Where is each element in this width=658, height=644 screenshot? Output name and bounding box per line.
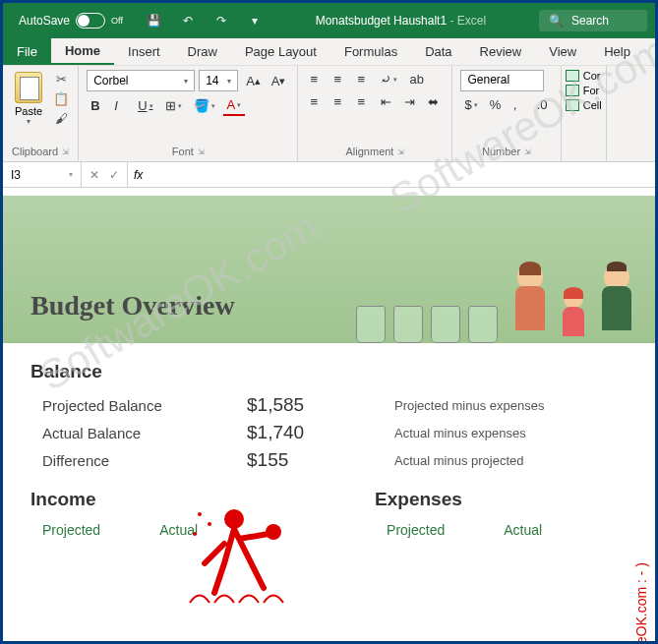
- font-color-icon[interactable]: A▾: [223, 95, 246, 116]
- ribbon: Paste ▾ ✂ 📋 🖌 Clipboard⇲ Corbel▾ 14▾ A▴ …: [3, 66, 655, 162]
- row-desc: Projected minus expenses: [394, 398, 544, 413]
- jars-illustration: [356, 306, 498, 343]
- copy-icon[interactable]: 📋: [52, 91, 70, 105]
- tab-help[interactable]: Help: [590, 38, 644, 65]
- expand-icon[interactable]: ⇲: [198, 147, 205, 156]
- decrease-font-icon[interactable]: A▾: [268, 72, 290, 90]
- accept-formula-icon[interactable]: ✓: [109, 168, 119, 182]
- expand-icon[interactable]: ⇲: [62, 147, 69, 156]
- search-icon: 🔍: [549, 14, 564, 28]
- sub-actual: Actual: [504, 522, 542, 538]
- family-illustration: [511, 264, 635, 343]
- header-banner: Budget Overview: [3, 196, 655, 343]
- align-middle-icon[interactable]: ≡: [329, 70, 349, 88]
- worksheet[interactable]: Budget Overview Balance Projected Balanc…: [3, 188, 655, 641]
- align-center-icon[interactable]: ≡: [329, 92, 349, 111]
- side-link: www.SoftwareOK.com : - ): [633, 562, 649, 644]
- comma-icon[interactable]: ,: [509, 95, 529, 114]
- underline-button[interactable]: U▾: [134, 96, 156, 115]
- expand-icon[interactable]: ⇲: [524, 147, 531, 156]
- cancel-formula-icon[interactable]: ✕: [90, 168, 99, 182]
- formula-bar: I3▾ ✕ ✓ fx: [3, 162, 655, 188]
- tab-review[interactable]: Review: [466, 38, 536, 65]
- border-icon[interactable]: ⊞▾: [161, 96, 186, 115]
- more-icon[interactable]: ▾: [247, 13, 263, 29]
- row-value: $155: [247, 449, 394, 471]
- format-painter-icon[interactable]: 🖌: [52, 111, 70, 125]
- number-label: Number: [482, 146, 520, 157]
- page-title: Budget Overview: [30, 290, 235, 322]
- paste-label: Paste: [15, 105, 42, 117]
- align-left-icon[interactable]: ≡: [306, 92, 326, 111]
- tab-insert[interactable]: Insert: [114, 38, 174, 65]
- align-bottom-icon[interactable]: ≡: [353, 70, 373, 88]
- increase-font-icon[interactable]: A▴: [242, 72, 265, 90]
- formula-input[interactable]: [149, 162, 655, 187]
- increase-indent-icon[interactable]: ⇥: [400, 92, 420, 111]
- align-right-icon[interactable]: ≡: [353, 92, 373, 111]
- table-row: Projected Balance $1,585 Projected minus…: [30, 394, 628, 416]
- fill-color-icon[interactable]: 🪣▾: [190, 96, 219, 115]
- content-area: Balance Projected Balance $1,585 Project…: [3, 343, 655, 556]
- row-label: Difference: [30, 452, 247, 469]
- conditional-formatting-button[interactable]: Cor: [566, 70, 601, 82]
- font-size-select[interactable]: 14▾: [199, 70, 238, 91]
- font-family-select[interactable]: Corbel▾: [87, 70, 195, 91]
- search-box[interactable]: 🔍 Search: [539, 10, 647, 31]
- align-top-icon[interactable]: ≡: [306, 70, 326, 88]
- income-heading: Income: [30, 489, 198, 510]
- orientation-icon[interactable]: ⤾▾: [377, 70, 401, 88]
- tab-file[interactable]: File: [3, 38, 51, 65]
- autosave-state: Off: [111, 16, 123, 26]
- paste-button[interactable]: Paste ▾: [11, 70, 46, 128]
- row-label: Actual Balance: [30, 425, 247, 441]
- title-bar: AutoSave Off 💾 ↶ ↷ ▾ Monatsbudget Hausha…: [3, 3, 655, 38]
- redo-icon[interactable]: ↷: [213, 13, 229, 29]
- number-format-select[interactable]: General: [460, 70, 544, 91]
- cell-styles-button[interactable]: Cell: [566, 99, 602, 111]
- app-name: Excel: [457, 14, 486, 28]
- italic-button[interactable]: I: [110, 96, 130, 115]
- number-group: General $▾ % , .0 Number⇲: [452, 66, 561, 161]
- expand-icon[interactable]: ⇲: [397, 147, 404, 156]
- search-placeholder: Search: [571, 14, 609, 28]
- save-icon[interactable]: 💾: [147, 13, 162, 29]
- expenses-heading: Expenses: [375, 489, 542, 510]
- row-desc: Actual minus expenses: [394, 426, 526, 440]
- clipboard-label: Clipboard: [12, 146, 58, 157]
- increase-decimal-icon[interactable]: .0: [533, 95, 553, 114]
- alignment-group: ≡ ≡ ≡ ⤾▾ ab ≡ ≡ ≡ ⇤ ⇥ ⬌ Alignment⇲: [298, 66, 452, 161]
- format-table-button[interactable]: For: [566, 85, 600, 96]
- tab-formulas[interactable]: Formulas: [330, 38, 411, 65]
- decrease-indent-icon[interactable]: ⇤: [377, 92, 396, 111]
- ribbon-tabs: File Home Insert Draw Page Layout Formul…: [3, 38, 655, 66]
- currency-icon[interactable]: $▾: [460, 95, 481, 114]
- paste-icon: [15, 72, 42, 103]
- balance-heading: Balance: [30, 361, 628, 382]
- row-value: $1,585: [247, 394, 394, 416]
- alignment-label: Alignment: [346, 146, 394, 157]
- styles-group: Cor For Cell: [562, 66, 607, 161]
- row-label: Projected Balance: [30, 397, 247, 414]
- fx-icon[interactable]: fx: [128, 168, 149, 182]
- sub-projected: Projected: [42, 522, 100, 538]
- document-title: Monatsbudget Haushalt1 - Excel: [263, 14, 539, 28]
- row-value: $1,740: [247, 422, 394, 443]
- autosave-toggle[interactable]: AutoSave Off: [11, 11, 131, 30]
- merge-icon[interactable]: ⬌: [424, 92, 444, 111]
- tab-home[interactable]: Home: [51, 38, 114, 65]
- tab-view[interactable]: View: [535, 38, 590, 65]
- font-label: Font: [172, 146, 194, 157]
- percent-icon[interactable]: %: [486, 95, 506, 114]
- cut-icon[interactable]: ✂: [52, 72, 70, 86]
- name-box[interactable]: I3▾: [3, 162, 82, 187]
- tab-page-layout[interactable]: Page Layout: [231, 38, 330, 65]
- bold-button[interactable]: B: [87, 96, 106, 115]
- font-group: Corbel▾ 14▾ A▴ A▾ B I U▾ ⊞▾ 🪣▾ A▾ Font⇲: [79, 66, 298, 161]
- undo-icon[interactable]: ↶: [180, 13, 196, 29]
- tab-draw[interactable]: Draw: [174, 38, 231, 65]
- wrap-text-button[interactable]: ab: [405, 70, 427, 88]
- autosave-label: AutoSave: [19, 14, 70, 28]
- tab-data[interactable]: Data: [411, 38, 465, 65]
- toggle-switch[interactable]: [76, 13, 105, 29]
